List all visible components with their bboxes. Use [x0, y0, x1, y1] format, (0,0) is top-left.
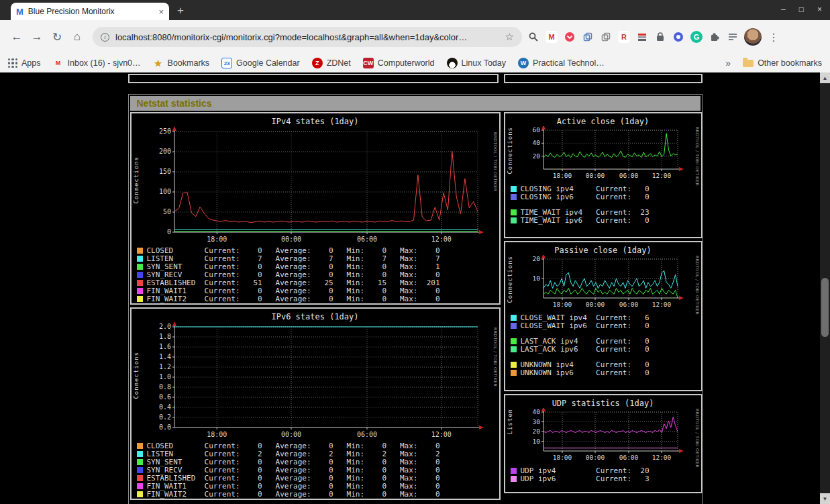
- stack-icon[interactable]: [636, 31, 648, 43]
- svg-text:06:00: 06:00: [356, 431, 376, 438]
- reload-icon[interactable]: ↻: [47, 27, 67, 47]
- netstat-section: Netstat statistics IPv4 states (1day) Co…: [128, 94, 703, 504]
- bookmark-linux-today[interactable]: Linux Today: [447, 58, 507, 68]
- playlist-icon[interactable]: [727, 31, 739, 43]
- chart-plot[interactable]: 1020304018:0000:0006:0012:00: [506, 408, 701, 464]
- scrollbar-thumb[interactable]: [821, 278, 829, 337]
- legend-swatch: [137, 288, 143, 294]
- legend-row: CLOSED Current: 0 Average: 0 Min: 0 Max:…: [137, 246, 499, 254]
- browser-titlebar: M Blue Precision Monitorix × + – □ ×: [0, 0, 830, 20]
- legend-row: SYN_RECV Current: 0 Average: 0 Min: 0 Ma…: [137, 466, 499, 474]
- tab-close-icon[interactable]: ×: [158, 7, 164, 17]
- legend-row: CLOSE_WAIT ipv4 Current: 6: [511, 313, 701, 321]
- home-icon[interactable]: ⌂: [67, 27, 87, 47]
- extensions-puzzle-icon[interactable]: [709, 31, 721, 43]
- chart-y-axis-label: Connections: [133, 352, 140, 399]
- legend-swatch: [137, 451, 143, 457]
- search-icon[interactable]: [527, 31, 539, 43]
- svg-text:12:00: 12:00: [652, 172, 671, 179]
- legend-row: UNKNOWN ipv6 Current: 0: [511, 368, 701, 376]
- pocket-icon[interactable]: [564, 31, 576, 43]
- chart-plot[interactable]: 05010015020025018:0000:0006:0012:00: [132, 126, 499, 244]
- chart-y-axis-label: Connections: [133, 156, 140, 204]
- chart-plot[interactable]: 20406018:0000:0006:0012:00: [506, 126, 701, 183]
- svg-text:00:00: 00:00: [280, 431, 301, 438]
- address-bar[interactable]: i localhost:8080/monitorix-cgi/monitorix…: [93, 27, 522, 47]
- bag-icon[interactable]: [654, 31, 666, 43]
- browser-menu-icon[interactable]: ⋮: [768, 31, 779, 44]
- legend-row: TIME_WAIT ipv4 Current: 23: [511, 208, 701, 216]
- rrdtool-credit: RRDTOOL / TOBI OETIKER: [695, 127, 700, 186]
- browser-tab[interactable]: M Blue Precision Monitorix ×: [11, 3, 169, 20]
- window-close-icon[interactable]: ×: [817, 5, 822, 14]
- bookmark-computerworld[interactable]: CWComputerworld: [363, 58, 435, 68]
- profile-avatar[interactable]: [744, 28, 762, 46]
- svg-text:150: 150: [158, 168, 170, 175]
- scrollbar-track[interactable]: [820, 83, 830, 493]
- svg-text:18:00: 18:00: [552, 172, 572, 179]
- rrdtool-credit: RRDTOOL / TOBI OETIKER: [695, 409, 700, 468]
- bookmark-zdnet[interactable]: ZZDNet: [312, 58, 351, 68]
- udp-statistics-graph[interactable]: UDP statistics (1day) Listen RRDTOOL / T…: [504, 394, 703, 493]
- active-close-graph[interactable]: Active close (1day) Connections RRDTOOL …: [504, 112, 703, 238]
- legend-swatch: [511, 476, 517, 482]
- ipv4-states-graph[interactable]: IPv4 states (1day) Connections RRDTOOL /…: [130, 112, 501, 305]
- copy-blue-icon[interactable]: [582, 31, 594, 43]
- rrdtool-credit: RRDTOOL / TOBI OETIKER: [695, 256, 700, 315]
- chart-title: Passive close (1day): [505, 246, 701, 255]
- bookmark-google-calendar[interactable]: 23Google Calendar: [221, 58, 300, 68]
- svg-text:1.8: 1.8: [158, 333, 170, 340]
- forward-icon[interactable]: →: [27, 27, 47, 47]
- svg-text:18:00: 18:00: [207, 431, 227, 438]
- inbox-favicon-icon: M: [53, 58, 64, 68]
- legend-swatch: [511, 370, 517, 376]
- other-bookmarks-button[interactable]: Other bookmarks: [743, 58, 822, 68]
- loom-icon[interactable]: [672, 31, 684, 43]
- bookmark-label: Practical Technol…: [533, 58, 605, 68]
- bookmark-star-icon[interactable]: ☆: [505, 31, 514, 43]
- svg-text:20: 20: [532, 152, 540, 160]
- copy-gray-icon[interactable]: [600, 31, 612, 43]
- svg-text:0.8: 0.8: [158, 383, 170, 391]
- page-info-icon[interactable]: i: [101, 33, 109, 42]
- bookmarks-overflow-icon[interactable]: »: [725, 58, 731, 68]
- legend-swatch: [137, 272, 143, 278]
- minimize-icon[interactable]: –: [781, 5, 786, 14]
- back-icon[interactable]: ←: [7, 27, 27, 47]
- chart-plot[interactable]: 0.00.20.40.60.81.01.21.41.61.82.018:0000…: [132, 321, 499, 440]
- grammarly-icon[interactable]: G: [690, 31, 703, 43]
- legend-row: TIME_WAIT ipv6 Current: 0: [511, 216, 701, 224]
- legend-swatch: [137, 280, 143, 286]
- page-scrollbar[interactable]: ▲ ▼: [820, 72, 830, 504]
- legend-swatch: [511, 186, 517, 192]
- chart-plot[interactable]: 102018:0000:0006:0012:00: [506, 255, 701, 311]
- svg-text:30: 30: [532, 418, 540, 425]
- legend-row: ESTABLISHED Current: 51 Average: 25 Min:…: [137, 279, 499, 287]
- cutoff-graph-left: [128, 74, 499, 83]
- apps-button[interactable]: Apps: [8, 58, 41, 68]
- scroll-up-icon[interactable]: ▲: [820, 72, 830, 83]
- bookmark-label: Computerworld: [378, 58, 435, 68]
- bookmark-label: Google Calendar: [236, 58, 300, 68]
- new-tab-button[interactable]: +: [177, 4, 184, 17]
- chart-y-axis-label: Listen: [507, 409, 513, 435]
- bookmark-practical-technology[interactable]: WPractical Technol…: [518, 58, 605, 68]
- chart-legend: UDP ipv4 Current: 20UDP ipv6 Current: 3: [505, 466, 701, 483]
- gmail-icon[interactable]: M: [546, 31, 558, 43]
- legend-swatch: [137, 296, 143, 302]
- legend-swatch: [137, 264, 143, 270]
- url-text[interactable]: localhost:8080/monitorix-cgi/monitorix.c…: [115, 32, 505, 42]
- linux-today-favicon-icon: [447, 58, 458, 68]
- maximize-icon[interactable]: □: [799, 5, 804, 14]
- bookmark-inbox[interactable]: MInbox (16) - sjvn0…: [53, 58, 141, 68]
- svg-text:1.2: 1.2: [158, 363, 170, 370]
- reuters-icon[interactable]: R: [618, 31, 630, 43]
- bookmark-bookmarks[interactable]: ★Bookmarks: [153, 58, 210, 68]
- passive-close-graph[interactable]: Passive close (1day) Connections RRDTOOL…: [504, 241, 703, 391]
- svg-text:10: 10: [532, 274, 540, 282]
- svg-text:10: 10: [532, 438, 540, 445]
- svg-text:00:00: 00:00: [585, 301, 605, 308]
- ipv6-states-graph[interactable]: IPv6 states (1day) Connections RRDTOOL /…: [130, 307, 501, 500]
- legend-swatch: [137, 459, 143, 465]
- scroll-down-icon[interactable]: ▼: [820, 493, 830, 504]
